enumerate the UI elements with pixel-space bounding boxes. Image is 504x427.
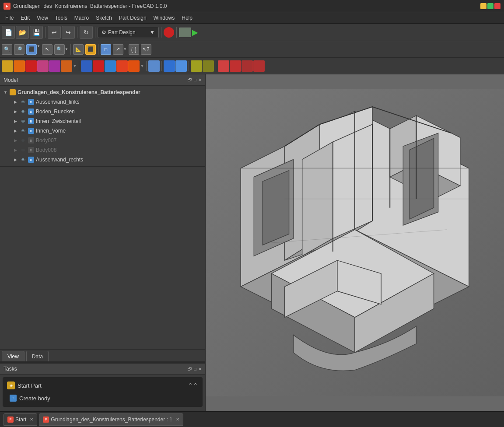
pd-icon-12[interactable] [148,60,160,72]
svg-marker-15 [410,138,434,219]
help-cursor-button[interactable]: ↖? [141,44,151,55]
pd-icon-13[interactable] [164,60,175,72]
item-2-eye[interactable]: 👁 [20,119,26,124]
item-6-expand[interactable]: ▶ [14,158,18,162]
workbench-selector[interactable]: ⚙ Part Design ▼ [98,27,159,38]
item-3-eye[interactable]: 👁 [20,129,26,133]
tree-item-4[interactable]: ▶ 👁 B Body007 [0,136,205,145]
menu-view[interactable]: View [33,14,52,22]
item-6-eye[interactable]: 👁 [20,158,26,162]
item-5-expand[interactable]: ▶ [14,148,18,152]
pd-icon-9[interactable] [105,60,116,72]
item-5-eye[interactable]: 👁 [20,148,26,153]
minimize-button[interactable] [480,3,486,9]
pd-separator-arrow[interactable]: ▼ [73,63,77,68]
start-tab-close[interactable]: ✕ [30,417,33,422]
undo-button[interactable]: ↩ [48,26,61,39]
create-body-item[interactable]: + Create body [6,392,199,404]
tree-item-0[interactable]: ▶ 👁 B Aussenwand_links [0,97,205,107]
menu-edit[interactable]: Edit [17,14,33,22]
record-button[interactable] [164,27,174,38]
refresh-button[interactable]: ↻ [80,26,93,39]
pd-icon-18[interactable] [230,60,241,72]
model-panel-maximize[interactable]: □ [194,77,196,82]
export-dropdown-arrow[interactable]: ▼ [123,47,127,51]
maximize-button[interactable] [487,3,494,9]
item-5-icon: B [28,147,34,153]
item-4-expand[interactable]: ▶ [14,138,18,143]
zoom-button[interactable]: 🔍 [54,44,65,55]
item-1-eye[interactable]: 👁 [20,109,26,114]
new-button[interactable]: 📄 [2,26,15,39]
tree-item-6[interactable]: ▶ 👁 B Aussenwand_rechts [0,155,205,164]
item-0-expand[interactable]: ▶ [14,100,18,104]
curly-button[interactable]: { } [129,44,139,55]
view-standard-button[interactable]: ⬛ [26,44,37,55]
pd-icon-3[interactable] [25,60,37,72]
zoom-dropdown-arrow[interactable]: ▼ [65,47,68,51]
tasks-close-button[interactable]: ✕ [198,367,202,371]
pd-icon-6[interactable] [61,60,72,72]
zoom-all-button[interactable]: 🔍 [2,44,12,55]
redo-button[interactable]: ↪ [62,26,75,39]
pd-icon-7[interactable] [81,60,92,72]
item-0-eye[interactable]: 👁 [20,100,26,105]
model-panel-close[interactable]: ✕ [198,77,202,82]
menu-help[interactable]: Help [178,14,196,22]
pd-icon-2[interactable] [14,60,25,72]
save-button[interactable]: 💾 [30,26,43,39]
tasks-maximize-button[interactable]: □ [194,367,196,371]
separator-p3 [161,61,162,71]
status-tab-start[interactable]: F Start ✕ [4,413,37,426]
menu-sketch[interactable]: Sketch [92,14,116,22]
measure-button[interactable]: 📐 [73,44,84,55]
pd-icon-14[interactable] [175,60,187,72]
tree-root-item[interactable]: ▼ Grundlagen_des_Konstruierens_Batteries… [0,88,205,97]
view-box-button[interactable]: □ [101,44,111,55]
view-dropdown-arrow[interactable]: ▼ [37,44,40,55]
pd-icon-16[interactable] [203,60,214,72]
menu-tools[interactable]: Tools [52,14,71,22]
item-1-expand[interactable]: ▶ [14,109,18,114]
menu-file[interactable]: File [2,14,17,22]
status-tab-main[interactable]: F Grundlagen_des_Konstruierens_Batteries… [39,413,183,426]
pd-icon-11[interactable] [128,60,140,72]
item-4-eye[interactable]: 👁 [20,138,26,143]
tasks-panel-controls: 🗗 □ ✕ [188,367,202,371]
open-button[interactable]: 📂 [16,26,29,39]
item-3-expand[interactable]: ▶ [14,129,18,133]
menu-partdesign[interactable]: Part Design [116,14,150,22]
export-button[interactable]: ↗ [113,44,123,55]
tasks-restore-button[interactable]: 🗗 [188,367,192,371]
tab-data[interactable]: Data [26,351,49,361]
main-tab-close[interactable]: ✕ [176,417,179,422]
tab-view[interactable]: View [2,351,24,361]
pd-separator-arrow2[interactable]: ▼ [140,63,144,68]
pd-icon-10[interactable] [116,60,128,72]
pd-icon-15[interactable] [191,60,202,72]
tree-item-3[interactable]: ▶ 👁 B Innen_Vorne [0,126,205,136]
box-selection-button[interactable]: ⬛ [85,44,96,55]
item-2-expand[interactable]: ▶ [14,119,18,123]
start-part-collapse[interactable]: ⌃⌃ [188,382,198,389]
model-panel-restore[interactable]: 🗗 [188,77,192,82]
pd-icon-17[interactable] [218,60,229,72]
play-button[interactable]: ▶ [192,28,198,37]
pd-icon-1[interactable] [2,60,13,72]
tree-item-1[interactable]: ▶ 👁 B Boden_Ruecken [0,107,205,116]
select-button[interactable]: ↖ [42,44,52,55]
pd-icon-4[interactable] [37,60,49,72]
zoom-selection-button[interactable]: 🔎 [14,44,24,55]
menu-windows[interactable]: Windows [150,14,178,22]
pd-icon-19[interactable] [242,60,253,72]
pd-icon-8[interactable] [93,60,104,72]
viewport[interactable] [206,74,504,411]
close-button[interactable] [494,3,500,9]
menu-macro[interactable]: Macro [71,14,92,22]
root-expand-arrow[interactable]: ▼ [4,90,8,94]
script-icon[interactable] [179,28,191,37]
tree-item-2[interactable]: ▶ 👁 B Innen_Zwischenteil [0,116,205,126]
tree-item-5[interactable]: ▶ 👁 B Body008 [0,145,205,155]
pd-icon-20[interactable] [253,60,265,72]
pd-icon-5[interactable] [49,60,60,72]
